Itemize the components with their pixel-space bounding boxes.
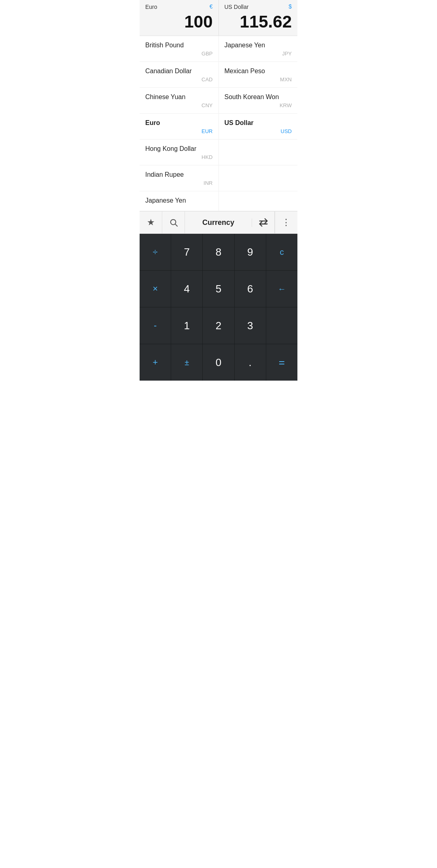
currency-item-left[interactable]: Japanese Yen <box>140 191 219 211</box>
numpad-key-5[interactable]: 5 <box>203 271 234 307</box>
currency-name: Canadian Dollar <box>145 68 192 74</box>
toolbar-title: Currency <box>202 218 234 227</box>
numpad-key-±[interactable]: ± <box>171 344 202 381</box>
currency-code: USD <box>225 128 292 136</box>
star-icon: ★ <box>147 217 155 228</box>
currency-item-right[interactable]: Mexican Peso MXN <box>219 62 298 87</box>
currency-code: CAD <box>145 76 213 84</box>
currency-name: Hong Kong Dollar <box>145 145 196 152</box>
bottom-toolbar: ★ Currency ⋮ <box>140 211 297 234</box>
right-currency-value: 115.62 <box>225 12 292 32</box>
search-icon <box>169 218 178 227</box>
currency-name: Euro <box>145 119 160 126</box>
currency-list: British Pound GBP Japanese Yen JPY Canad… <box>140 36 297 211</box>
currency-item-right[interactable] <box>219 140 298 165</box>
currency-name: Mexican Peso <box>225 68 265 74</box>
right-currency-panel[interactable]: US Dollar $ 115.62 <box>219 0 298 36</box>
numpad-key-+[interactable]: + <box>140 344 171 381</box>
currency-name: Japanese Yen <box>225 42 265 49</box>
numpad-key-8[interactable]: 8 <box>203 234 234 270</box>
currency-item-right[interactable] <box>219 191 298 211</box>
left-currency-panel[interactable]: Euro € 100 <box>140 0 219 36</box>
numpad-key-÷[interactable]: ÷ <box>140 234 171 270</box>
currency-item-left[interactable]: Canadian Dollar CAD <box>140 62 219 87</box>
currency-code <box>225 173 292 174</box>
numpad-key-c[interactable]: c <box>266 234 297 270</box>
currency-row: British Pound GBP Japanese Yen JPY <box>140 36 297 62</box>
numpad-key-×[interactable]: × <box>140 271 171 307</box>
numpad-key-empty <box>266 307 297 344</box>
right-currency-symbol: $ <box>289 3 292 10</box>
currency-code <box>225 199 292 200</box>
numpad-key-0[interactable]: 0 <box>203 344 234 381</box>
currency-row: Canadian Dollar CAD Mexican Peso MXN <box>140 62 297 88</box>
currency-item-right[interactable]: Japanese Yen JPY <box>219 36 298 61</box>
numpad-key-4[interactable]: 4 <box>171 271 202 307</box>
currency-row: Japanese Yen <box>140 191 297 211</box>
currency-code: KRW <box>225 102 292 110</box>
currency-code <box>145 206 213 207</box>
numpad-key-6[interactable]: 6 <box>235 271 266 307</box>
left-currency-symbol: € <box>210 3 213 10</box>
more-button[interactable]: ⋮ <box>275 211 297 234</box>
swap-icon <box>258 218 269 227</box>
numpad-key-←[interactable]: ← <box>266 271 297 307</box>
search-button[interactable] <box>162 211 185 234</box>
currency-code <box>225 147 292 148</box>
numpad-key-9[interactable]: 9 <box>235 234 266 270</box>
right-currency-label: US Dollar <box>225 4 249 10</box>
currency-row: Hong Kong Dollar HKD <box>140 140 297 165</box>
numpad: ÷789c×456←-123+±0.= <box>140 234 297 381</box>
numpad-key-1[interactable]: 1 <box>171 307 202 344</box>
more-icon: ⋮ <box>282 217 291 228</box>
currency-item-left[interactable]: Euro EUR <box>140 114 219 139</box>
currency-code: GBP <box>145 51 213 58</box>
currency-code: EUR <box>145 128 213 136</box>
converter-header: Euro € 100 US Dollar $ 115.62 <box>140 0 297 36</box>
currency-name: Indian Rupee <box>145 171 184 178</box>
currency-item-right[interactable] <box>219 165 298 191</box>
currency-code: CNY <box>145 102 213 110</box>
left-currency-value: 100 <box>145 12 213 32</box>
currency-item-left[interactable]: Chinese Yuan CNY <box>140 88 219 113</box>
svg-line-1 <box>175 224 177 226</box>
numpad-key-3[interactable]: 3 <box>235 307 266 344</box>
numpad-key-2[interactable]: 2 <box>203 307 234 344</box>
currency-name: South Korean Won <box>225 93 279 100</box>
currency-name: Japanese Yen <box>145 197 186 204</box>
currency-item-right[interactable]: US Dollar USD <box>219 114 298 139</box>
currency-row: Chinese Yuan CNY South Korean Won KRW <box>140 88 297 114</box>
left-currency-label: Euro <box>145 4 157 10</box>
currency-code: JPY <box>225 51 292 58</box>
currency-row: Euro EUR US Dollar USD <box>140 114 297 140</box>
favorites-button[interactable]: ★ <box>140 211 162 234</box>
numpad-key-7[interactable]: 7 <box>171 234 202 270</box>
numpad-key-.[interactable]: . <box>235 344 266 381</box>
numpad-key--[interactable]: - <box>140 307 171 344</box>
numpad-key-=[interactable]: = <box>266 344 297 381</box>
currency-item-left[interactable]: Indian Rupee INR <box>140 165 219 191</box>
currency-code: HKD <box>145 154 213 162</box>
swap-button[interactable] <box>252 211 275 234</box>
currency-item-left[interactable]: British Pound GBP <box>140 36 219 61</box>
currency-name: Chinese Yuan <box>145 93 185 100</box>
toolbar-title-area: Currency <box>185 218 252 227</box>
currency-name: US Dollar <box>225 119 254 126</box>
currency-name: British Pound <box>145 42 184 49</box>
currency-item-right[interactable]: South Korean Won KRW <box>219 88 298 113</box>
currency-code: INR <box>145 180 213 188</box>
currency-item-left[interactable]: Hong Kong Dollar HKD <box>140 140 219 165</box>
currency-row: Indian Rupee INR <box>140 165 297 191</box>
currency-code: MXN <box>225 76 292 84</box>
